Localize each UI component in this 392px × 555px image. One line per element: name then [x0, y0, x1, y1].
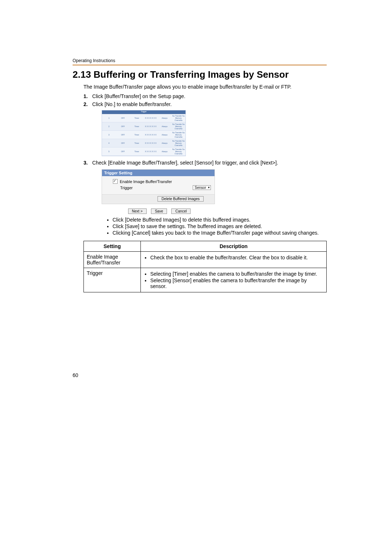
step-3-num: 3.	[83, 160, 91, 166]
tt-r5-status: OFF	[116, 150, 130, 153]
cell-desc-2: Selecting [Timer] enables the camera to …	[141, 268, 327, 292]
tt-r3-days: X X X X X X X	[144, 134, 158, 136]
tt-r5-active: Always	[158, 150, 171, 153]
tt-r2-days: X X X X X X X	[144, 125, 158, 127]
tt-r3-active: Always	[158, 134, 171, 136]
th-setting: Setting	[84, 241, 141, 252]
bullet-1: Click [Delete Buffered Images] to delete…	[113, 217, 327, 223]
tt-r2-status: OFF	[116, 125, 130, 127]
tt-r2-trigger: Timer	[130, 125, 144, 127]
bullet-2: Click [Save] to save the settings. The b…	[113, 223, 327, 229]
cancel-button[interactable]: Cancel	[171, 208, 191, 214]
tt-r1-status: OFF	[116, 117, 130, 119]
cell-desc-2-item-1: Selecting [Timer] enables the camera to …	[150, 271, 323, 277]
page-number: 60	[73, 372, 327, 378]
step-3: 3. Check [Enable Image Buffer/Transfer],…	[83, 160, 327, 236]
tt-r4-no: 4	[102, 142, 116, 144]
tt-r4-method: No Transfer No Memory Overwrite	[172, 140, 185, 146]
tt-r3-no: 3	[102, 134, 116, 136]
table-row: Trigger Selecting [Timer] enables the ca…	[84, 268, 327, 292]
tt-r5-no: 5	[102, 150, 116, 153]
tt-r4-status: OFF	[116, 142, 130, 144]
cell-desc-2-item-2: Selecting [Sensor] enables the camera to…	[150, 278, 323, 289]
header-label: Operating Instructions	[73, 58, 327, 63]
step-2-num: 2.	[83, 101, 91, 107]
enable-label: Enable Image Buffer/Transfer	[120, 179, 211, 184]
tt-r3-method: No Transfer No Memory Overwrite	[172, 131, 185, 138]
tt-r1-trigger: Timer	[130, 117, 144, 119]
tt-r1-method: No Transfer No Memory Overwrite	[172, 115, 185, 121]
cell-setting-2: Trigger	[84, 268, 141, 292]
bullet-3: Clicking [Cancel] takes you back to the …	[113, 230, 327, 236]
tt-r3-trigger: Timer	[130, 134, 144, 136]
tt-r2-no: 2	[102, 125, 116, 127]
tt-r1-active: Always	[158, 117, 171, 119]
tt-r3-status: OFF	[116, 134, 130, 136]
header-rule	[73, 65, 327, 65]
trigger-setting-header: Trigger Setting	[102, 170, 215, 176]
step-3-text: Check [Enable Image Buffer/Transfer], se…	[92, 160, 278, 166]
cell-desc-1-item-1: Check the box to enable the buffer/trans…	[150, 255, 323, 260]
tt-r4-active: Always	[158, 142, 171, 144]
tt-r2-active: Always	[158, 125, 171, 127]
th-description: Description	[141, 241, 327, 252]
enable-checkbox[interactable]	[113, 179, 118, 184]
tt-r4-days: X X X X X X X	[144, 142, 158, 144]
table-row: Enable Image Buffer/Transfer Check the b…	[84, 252, 327, 268]
cell-setting-1: Enable Image Buffer/Transfer	[84, 252, 141, 268]
intro-text: The Image Buffer/Transfer page allows yo…	[73, 84, 327, 90]
trigger-label: Trigger	[113, 186, 193, 190]
page-title: 2.13 Buffering or Transferring Images by…	[73, 69, 327, 80]
tt-r5-days: X X X X X X X	[144, 150, 158, 153]
step-2-text: Click [No.] to enable buffer/transfer.	[92, 101, 172, 107]
save-button[interactable]: Save	[151, 208, 167, 214]
trigger-select[interactable]: Sensor	[193, 185, 211, 190]
trigger-setting-panel: Trigger Setting Enable Image Buffer/Tran…	[102, 169, 215, 204]
tt-r1-no: 1	[102, 117, 116, 119]
settings-table: Setting Description Enable Image Buffer/…	[83, 241, 327, 292]
tt-r5-trigger: Timer	[130, 150, 144, 153]
cell-desc-1: Check the box to enable the buffer/trans…	[141, 252, 327, 268]
step-1-text: Click [Buffer/Transfer] on the Setup pag…	[92, 93, 185, 99]
tt-r1-days: X X X X X X X	[144, 117, 158, 119]
tt-r5-method: No Transfer No Memory Overwrite	[172, 148, 185, 155]
step-2: 2. Click [No.] to enable buffer/transfer…	[83, 101, 327, 156]
tt-r4-trigger: Timer	[130, 142, 144, 144]
step-1: 1. Click [Buffer/Transfer] on the Setup …	[83, 93, 327, 99]
trigger-table-screenshot: Trigger 1 OFF Timer X X X X X X X Always…	[102, 110, 186, 156]
step-1-num: 1.	[83, 93, 91, 99]
delete-buffered-images-button[interactable]: Delete Buffered Images	[158, 196, 204, 202]
next-button[interactable]: Next >	[128, 208, 147, 214]
tt-r2-method: No Transfer No Memory Overwrite	[172, 123, 185, 130]
tt-head-title: Trigger	[102, 110, 185, 114]
